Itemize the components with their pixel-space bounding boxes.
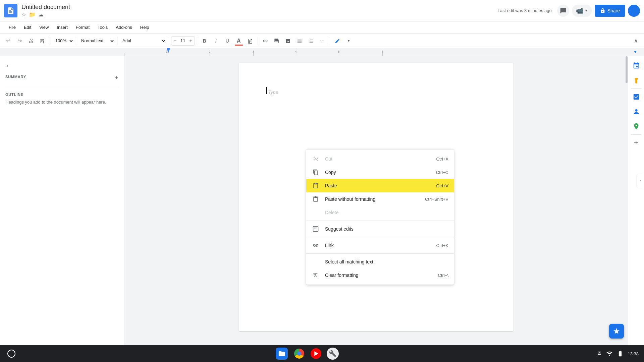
font-select[interactable]: Arial Times New Roman Courier New <box>119 36 167 46</box>
taskbar-display-icon[interactable]: 🖥 <box>597 351 602 357</box>
summary-add-button[interactable]: + <box>114 74 118 81</box>
star-icon[interactable]: ☆ <box>21 11 26 18</box>
ctx-clear-format-shortcut: Ctrl+\ <box>438 273 448 278</box>
ctx-delete[interactable]: Delete <box>306 206 454 219</box>
contacts-icon[interactable] <box>630 105 643 118</box>
link-button[interactable] <box>260 36 271 46</box>
doc-title[interactable]: Untitled document <box>21 4 495 11</box>
italic-button[interactable]: I <box>211 36 221 46</box>
underline-button[interactable]: U <box>222 36 233 46</box>
maps-icon[interactable] <box>630 120 643 133</box>
clear-format-icon <box>312 271 320 279</box>
align-button[interactable] <box>294 36 305 46</box>
highlight-button[interactable] <box>245 36 256 46</box>
pen-button[interactable] <box>332 36 343 46</box>
ctx-divider-2 <box>306 237 454 237</box>
calendar-icon[interactable] <box>630 59 643 72</box>
context-menu: Cut Ctrl+X Copy Ctrl+C Paste Ctrl+V <box>306 149 454 285</box>
text-color-button[interactable]: A <box>233 36 244 46</box>
taskbar-tools-icon[interactable] <box>327 348 339 360</box>
share-button[interactable]: Share <box>595 5 625 17</box>
increase-font-button[interactable]: + <box>189 38 193 44</box>
cloud-icon[interactable]: ☁ <box>38 11 44 18</box>
doc-title-area: Untitled document ☆ 📁 ☁ <box>21 4 495 18</box>
summary-section-header: SUMMARY + <box>5 75 118 81</box>
link-ctx-icon <box>312 241 320 249</box>
taskbar-youtube-icon[interactable] <box>311 348 321 359</box>
undo-button[interactable]: ↩ <box>3 36 13 46</box>
redo-button[interactable]: ↪ <box>14 36 25 46</box>
list-button[interactable] <box>306 36 316 46</box>
more-button[interactable]: ··· <box>317 36 328 46</box>
menu-file[interactable]: File <box>5 23 19 31</box>
style-select[interactable]: Normal text Heading 1 Heading 2 <box>78 36 115 46</box>
ctx-paste-shortcut: Ctrl+V <box>436 183 448 188</box>
ctx-paste-plain-shortcut: Ctrl+Shift+V <box>425 197 448 202</box>
collapse-button[interactable]: ∧ <box>631 36 641 46</box>
taskbar: 🖥 13:38 <box>0 345 644 362</box>
paint-format-button[interactable] <box>37 36 48 46</box>
keep-icon[interactable] <box>630 74 643 87</box>
text-color-underline <box>235 45 243 46</box>
taskbar-circle-btn[interactable] <box>5 348 17 360</box>
last-edit-text: Last edit was 3 minutes ago <box>498 8 552 13</box>
ctx-suggest[interactable]: Suggest edits <box>306 222 454 236</box>
folder-icon[interactable]: 📁 <box>29 11 36 18</box>
ctx-paste-plain[interactable]: Paste without formatting Ctrl+Shift+V <box>306 192 454 206</box>
ctx-divider-3 <box>306 253 454 254</box>
ctx-link[interactable]: Link Ctrl+K <box>306 239 454 252</box>
menu-edit[interactable]: Edit <box>20 23 35 31</box>
print-button[interactable]: 🖨 <box>25 36 36 46</box>
ctx-link-label: Link <box>325 243 436 248</box>
ctx-copy[interactable]: Copy Ctrl+C <box>306 166 454 179</box>
meet-button[interactable]: 📹 ▼ <box>572 5 592 17</box>
user-avatar[interactable] <box>628 5 640 17</box>
docs-icon <box>7 7 15 15</box>
sidebar-back[interactable]: ← <box>5 62 118 69</box>
ruler-label-3: 3 <box>252 50 254 53</box>
taskbar-files-icon[interactable] <box>276 348 288 360</box>
taskbar-circle <box>7 350 15 358</box>
scrollbar-thumb[interactable] <box>626 56 628 83</box>
ruler-label-1: 1 <box>166 50 167 53</box>
ctx-select-all[interactable]: Select all matching text <box>306 255 454 268</box>
ctx-link-shortcut: Ctrl+K <box>436 243 448 248</box>
toolbar: ↩ ↪ 🖨 100% 75% 125% 150% Normal text Hea… <box>0 34 644 48</box>
ctx-cut-shortcut: Ctrl+X <box>436 157 448 162</box>
ctx-paste[interactable]: Paste Ctrl+V <box>306 179 454 192</box>
ctx-copy-label: Copy <box>325 170 436 175</box>
ai-assistant-button[interactable] <box>609 324 624 339</box>
menu-view[interactable]: View <box>36 23 52 31</box>
side-expand-arrow[interactable]: › <box>637 174 644 188</box>
font-size-input[interactable] <box>178 38 188 43</box>
menu-help[interactable]: Help <box>137 23 153 31</box>
toolbar-divider-6 <box>258 37 258 45</box>
bold-button[interactable]: B <box>199 36 210 46</box>
doc-canvas-area[interactable]: Type Cut Ctrl+X Copy Ctrl+C <box>124 56 628 345</box>
add-app-icon[interactable]: + <box>630 136 643 149</box>
image-button[interactable] <box>283 36 293 46</box>
ctx-clear-format[interactable]: Clear formatting Ctrl+\ <box>306 268 454 282</box>
summary-title: SUMMARY <box>5 75 26 79</box>
comments-button[interactable] <box>557 5 569 17</box>
doc-cursor <box>266 87 267 94</box>
toolbar-divider-3 <box>117 37 117 45</box>
zoom-select[interactable]: 100% 75% 125% 150% <box>52 36 74 46</box>
decrease-font-button[interactable]: − <box>173 38 177 44</box>
outline-text: Headings you add to the document will ap… <box>5 99 118 105</box>
ctx-delete-label: Delete <box>325 210 448 215</box>
comment-button[interactable] <box>271 36 282 46</box>
menu-insert[interactable]: Insert <box>53 23 71 31</box>
menu-tools[interactable]: Tools <box>94 23 111 31</box>
scrollbar[interactable] <box>625 56 628 345</box>
menu-addons[interactable]: Add-ons <box>112 23 135 31</box>
ctx-cut[interactable]: Cut Ctrl+X <box>306 152 454 166</box>
menu-format[interactable]: Format <box>72 23 93 31</box>
tasks-icon[interactable] <box>630 90 643 104</box>
app-icon[interactable] <box>4 4 17 17</box>
taskbar-chrome-icon[interactable] <box>293 348 305 360</box>
delete-icon <box>312 208 320 217</box>
doc-placeholder: Type <box>268 89 278 95</box>
pen-dropdown[interactable]: ▼ <box>343 36 354 46</box>
outline-section-header: OUTLINE <box>5 93 118 99</box>
